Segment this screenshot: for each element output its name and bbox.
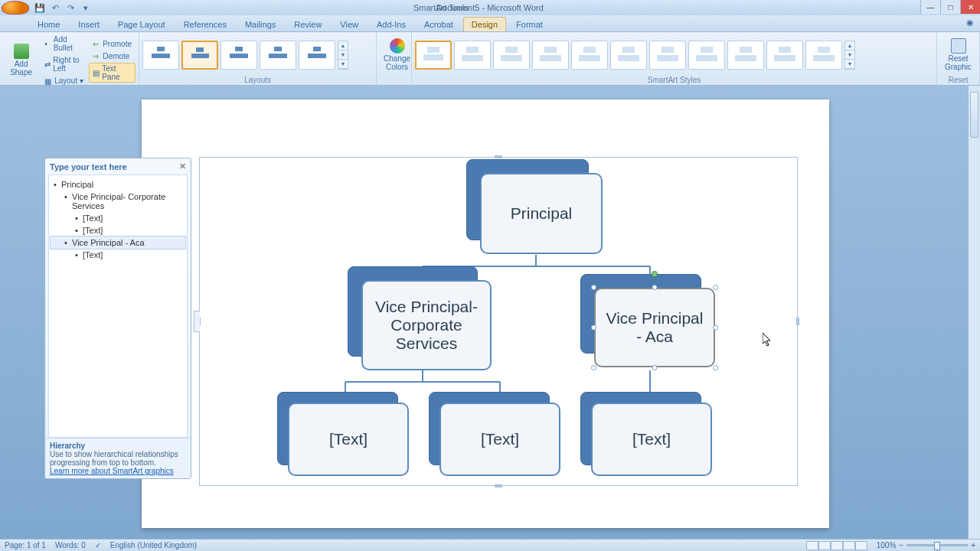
layout-icon: ▦ <box>44 77 52 85</box>
add-bullet-button[interactable]: •Add Bullet <box>41 34 87 54</box>
text-pane-toggle[interactable]: ▤Text Pane <box>89 63 136 83</box>
style-option-11[interactable] <box>805 41 842 70</box>
resize-handle[interactable] <box>591 285 596 290</box>
smartart-canvas[interactable]: Principal Vice Principal- Corporate Serv… <box>199 157 798 486</box>
style-option-1[interactable] <box>415 41 452 70</box>
org-node-vp1[interactable]: Vice Principal- Corporate Services <box>361 280 492 370</box>
text-pane-title: Type your text here <box>50 162 127 171</box>
tab-addins[interactable]: Add-Ins <box>368 17 414 31</box>
resize-handle[interactable] <box>591 365 596 370</box>
scrollbar-thumb[interactable] <box>970 92 978 138</box>
add-shape-icon <box>14 44 29 59</box>
rtl-button[interactable]: ⇄Right to Left <box>41 54 87 74</box>
styles-more[interactable]: ▴▾▾ <box>844 41 855 70</box>
close-button[interactable]: ✕ <box>960 0 980 14</box>
tab-page-layout[interactable]: Page Layout <box>109 17 174 31</box>
maximize-button[interactable]: □ <box>940 0 960 14</box>
zoom-in-button[interactable]: + <box>971 541 975 549</box>
view-web[interactable] <box>831 541 843 550</box>
tab-mailings[interactable]: Mailings <box>237 17 284 31</box>
zoom-out-button[interactable]: − <box>899 541 903 549</box>
qat-more-icon[interactable]: ▾ <box>80 2 92 14</box>
context-tab-title: SmartArt Tools <box>413 3 469 12</box>
list-item: Vice Principal - Aca <box>50 236 186 249</box>
status-bar: Page: 1 of 1 Words: 0 ✓ English (United … <box>0 539 980 551</box>
resize-handle[interactable] <box>713 325 718 331</box>
add-shape-button[interactable]: Add Shape <box>3 41 39 79</box>
style-option-8[interactable] <box>688 41 725 70</box>
zoom-control: 100% − + <box>877 541 975 549</box>
list-item: [Text] <box>51 212 185 224</box>
layout-option-3[interactable] <box>220 41 257 70</box>
style-option-7[interactable] <box>649 41 686 70</box>
layout-button[interactable]: ▦Layout ▾ <box>41 75 87 86</box>
layout-option-5[interactable] <box>299 41 335 70</box>
view-outline[interactable] <box>843 541 855 550</box>
tab-references[interactable]: References <box>175 17 235 31</box>
office-button[interactable] <box>2 1 29 15</box>
text-pane-toggle-tab[interactable] <box>194 311 200 332</box>
layouts-more[interactable]: ▴▾▾ <box>338 41 348 70</box>
tab-insert[interactable]: Insert <box>70 17 108 31</box>
resize-handle[interactable] <box>713 285 718 290</box>
style-option-6[interactable] <box>610 41 647 70</box>
text-pane: Type your text here ✕ Principal Vice Pri… <box>44 158 191 479</box>
undo-icon[interactable]: ↶ <box>49 2 61 14</box>
resize-handle[interactable] <box>713 365 718 370</box>
layout-option-2[interactable] <box>181 41 218 70</box>
text-pane-close-icon[interactable]: ✕ <box>179 161 186 171</box>
tab-design[interactable]: Design <box>463 17 506 31</box>
org-node-principal[interactable]: Principal <box>480 173 603 254</box>
org-node-leaf[interactable]: [Text] <box>591 403 712 476</box>
zoom-level[interactable]: 100% <box>877 541 897 549</box>
reset-icon <box>951 38 966 54</box>
view-fullscreen[interactable] <box>818 541 831 550</box>
minimize-button[interactable]: — <box>920 0 940 14</box>
style-option-10[interactable] <box>766 41 803 70</box>
zoom-slider[interactable] <box>906 544 968 546</box>
layout-option-4[interactable] <box>260 41 296 70</box>
tab-format[interactable]: Format <box>508 17 551 31</box>
title-bar: 💾 ↶ ↷ ▾ Document5 - Microsoft Word Smart… <box>0 0 980 15</box>
resize-handle[interactable] <box>591 325 596 331</box>
learn-more-link[interactable]: Learn more about SmartArt graphics <box>50 467 174 475</box>
style-option-9[interactable] <box>727 41 764 70</box>
style-option-4[interactable] <box>532 41 569 70</box>
tab-review[interactable]: Review <box>286 17 330 31</box>
vertical-scrollbar[interactable] <box>968 86 980 539</box>
change-colors-button[interactable]: Change Colors <box>380 36 414 73</box>
list-item: Vice Principal- Corporate Services <box>51 191 185 212</box>
tab-view[interactable]: View <box>332 17 367 31</box>
status-words[interactable]: Words: 0 <box>55 541 86 549</box>
promote-icon: ⇐ <box>93 40 100 47</box>
resize-handle[interactable] <box>652 365 658 370</box>
status-page[interactable]: Page: 1 of 1 <box>5 541 46 549</box>
resize-handle[interactable] <box>796 318 799 325</box>
text-pane-list[interactable]: Principal Vice Principal- Corporate Serv… <box>48 174 188 438</box>
group-label-reset: Reset <box>940 76 976 85</box>
tab-acrobat[interactable]: Acrobat <box>416 17 462 31</box>
demote-button[interactable]: ⇒Demote <box>89 51 136 62</box>
status-language[interactable]: English (United Kingdom) <box>110 541 197 549</box>
org-node-leaf[interactable]: [Text] <box>439 403 560 476</box>
resize-handle[interactable] <box>495 484 502 487</box>
promote-button[interactable]: ⇐Promote <box>89 38 136 50</box>
redo-icon[interactable]: ↷ <box>64 2 77 14</box>
rotate-handle[interactable] <box>652 271 658 277</box>
layout-option-1[interactable] <box>142 41 179 70</box>
resize-handle[interactable] <box>495 155 502 158</box>
style-option-2[interactable] <box>454 41 491 70</box>
style-option-3[interactable] <box>493 41 530 70</box>
help-icon[interactable]: ◉ <box>966 18 974 28</box>
resize-handle[interactable] <box>652 285 658 290</box>
org-node-vp2[interactable]: Vice Principal - Aca <box>594 288 715 367</box>
proofing-icon[interactable]: ✓ <box>95 541 101 549</box>
save-icon[interactable]: 💾 <box>34 2 46 14</box>
tab-home[interactable]: Home <box>29 17 68 31</box>
view-print-layout[interactable] <box>806 541 818 550</box>
reset-graphic-button[interactable]: Reset Graphic <box>940 36 976 73</box>
style-option-5[interactable] <box>571 41 608 70</box>
view-draft[interactable] <box>855 541 867 550</box>
org-node-leaf[interactable]: [Text] <box>288 403 409 476</box>
list-item: [Text] <box>51 224 185 236</box>
